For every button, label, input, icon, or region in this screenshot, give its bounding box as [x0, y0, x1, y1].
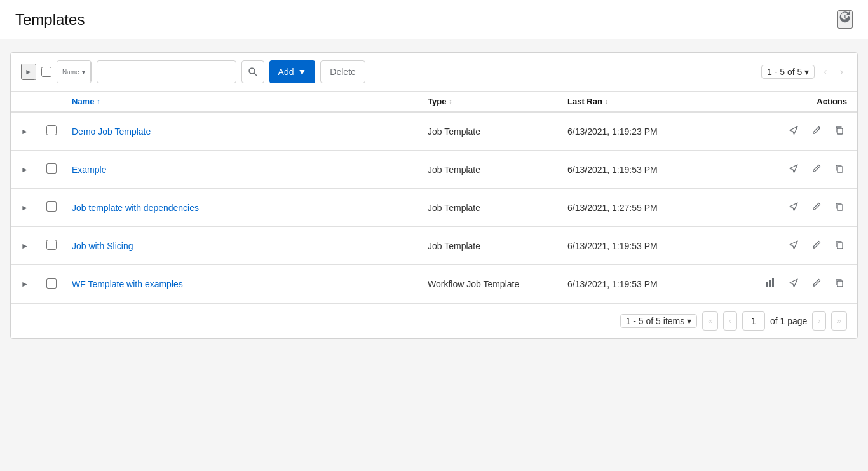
svg-rect-4: [837, 205, 843, 210]
table-row: ► Job with Slicing Job Template 6/13/202…: [11, 227, 857, 265]
filter-label: Name: [62, 69, 79, 76]
footer-page-of: of 1 page: [770, 316, 807, 326]
launch-icon[interactable]: [786, 199, 801, 217]
footer-first-button[interactable]: «: [702, 311, 718, 331]
launch-icon[interactable]: [786, 123, 801, 140]
page-title: Templates: [15, 11, 85, 29]
col-header-actions: Actions: [745, 97, 847, 106]
add-chevron-icon: ▼: [298, 67, 307, 77]
launch-icon[interactable]: [786, 237, 801, 255]
row-name-cell: Example: [72, 165, 428, 175]
row-date: 6/13/2021, 1:19:53 PM: [567, 165, 745, 175]
svg-line-1: [254, 73, 257, 76]
row-checkbox[interactable]: [46, 201, 57, 212]
table-row: ► Example Job Template 6/13/2021, 1:19:5…: [11, 151, 857, 189]
toolbar-pagination-label: 1 - 5 of 5: [767, 67, 802, 77]
row-checkbox[interactable]: [46, 125, 57, 135]
svg-rect-7: [769, 280, 771, 287]
filter-dropdown[interactable]: Name ▾: [57, 60, 92, 83]
row-name-link[interactable]: Demo Job Template: [72, 126, 151, 137]
edit-icon[interactable]: [809, 123, 824, 140]
row-name-cell: Job with Slicing: [72, 241, 428, 251]
add-button[interactable]: Add ▼: [269, 60, 316, 83]
col-header-last-ran[interactable]: Last Ran ↕: [567, 97, 745, 106]
filter-select-button[interactable]: Name ▾: [57, 61, 91, 83]
row-expand-btn[interactable]: ►: [21, 165, 46, 174]
row-name-link[interactable]: Example: [72, 165, 106, 175]
row-actions: [745, 275, 847, 294]
edit-icon[interactable]: [809, 237, 824, 255]
col-type-label: Type: [428, 97, 446, 106]
row-name-cell: Job template with dependencies: [72, 203, 428, 213]
col-actions-label: Actions: [817, 97, 847, 106]
row-checkbox-cell: [46, 201, 72, 214]
footer-next-button[interactable]: ›: [812, 311, 826, 331]
filter-chevron-icon: ▾: [82, 69, 85, 76]
launch-icon[interactable]: [786, 161, 801, 179]
footer-page-input[interactable]: [742, 311, 765, 331]
footer-items-dropdown[interactable]: 1 - 5 of 5 items ▾: [620, 314, 698, 328]
row-type: Job Template: [428, 165, 567, 175]
search-input[interactable]: [97, 60, 236, 83]
svg-rect-3: [837, 167, 843, 172]
edit-icon[interactable]: [809, 275, 824, 293]
templates-card: ► Name ▾ Add ▼: [10, 52, 858, 339]
toolbar-right: 1 - 5 of 5 ▾ ‹ ›: [761, 64, 847, 80]
row-actions: [745, 199, 847, 217]
toolbar-next-button[interactable]: ›: [836, 64, 847, 80]
row-type: Workflow Job Template: [428, 279, 567, 289]
toolbar-prev-button[interactable]: ‹: [820, 64, 831, 80]
row-name-link[interactable]: WF Template with examples: [72, 279, 183, 289]
col-lastran-sort-icon: ↕: [605, 98, 608, 105]
col-lastran-label: Last Ran: [567, 97, 602, 106]
copy-icon[interactable]: [832, 123, 847, 140]
row-name-cell: WF Template with examples: [72, 279, 428, 289]
svg-rect-9: [837, 281, 843, 287]
row-expand-btn[interactable]: ►: [21, 203, 46, 212]
footer-items-label: 1 - 5 of 5 items: [626, 316, 685, 326]
svg-rect-6: [766, 282, 768, 287]
table-footer: 1 - 5 of 5 items ▾ « ‹ of 1 page › »: [11, 303, 857, 338]
col-header-type[interactable]: Type ↕: [428, 97, 567, 106]
select-all-checkbox[interactable]: [41, 67, 51, 77]
table-row: ► Job template with dependencies Job Tem…: [11, 189, 857, 227]
row-checkbox-cell: [46, 163, 72, 175]
toolbar-pagination-dropdown[interactable]: 1 - 5 of 5 ▾: [761, 65, 815, 79]
copy-icon[interactable]: [832, 275, 847, 293]
row-checkbox[interactable]: [46, 278, 57, 289]
row-name-link[interactable]: Job template with dependencies: [72, 203, 199, 213]
row-checkbox-cell: [46, 278, 72, 290]
visualizer-icon[interactable]: [762, 275, 778, 294]
add-label: Add: [278, 67, 294, 77]
footer-items-chevron: ▾: [687, 316, 691, 326]
copy-icon[interactable]: [832, 161, 847, 179]
row-actions: [745, 123, 847, 140]
edit-icon[interactable]: [809, 199, 824, 217]
col-header-name[interactable]: Name ↑: [72, 97, 428, 106]
footer-pagination-info: 1 - 5 of 5 items ▾: [620, 314, 698, 328]
row-type: Job Template: [428, 203, 567, 213]
delete-button[interactable]: Delete: [320, 60, 365, 83]
footer-prev-button[interactable]: ‹: [723, 311, 737, 331]
search-button[interactable]: [241, 60, 264, 83]
row-checkbox-cell: [46, 125, 72, 137]
footer-last-button[interactable]: »: [831, 311, 847, 331]
row-checkbox[interactable]: [46, 240, 57, 250]
edit-icon[interactable]: [809, 161, 824, 179]
toolbar-expand-btn[interactable]: ►: [21, 64, 36, 80]
toolbar: ► Name ▾ Add ▼: [11, 53, 857, 92]
row-expand-btn[interactable]: ►: [21, 127, 46, 136]
row-name-cell: Demo Job Template: [72, 126, 428, 137]
launch-icon[interactable]: [786, 275, 801, 293]
row-name-link[interactable]: Job with Slicing: [72, 241, 133, 251]
svg-rect-8: [772, 278, 774, 287]
row-checkbox[interactable]: [46, 163, 57, 174]
history-button[interactable]: [837, 10, 853, 29]
row-expand-btn[interactable]: ►: [21, 280, 46, 289]
content-area: ► Name ▾ Add ▼: [0, 39, 868, 471]
table-header: Name ↑ Type ↕ Last Ran ↕ Actions: [11, 92, 857, 113]
copy-icon[interactable]: [832, 199, 847, 217]
svg-rect-5: [837, 243, 843, 249]
copy-icon[interactable]: [832, 237, 847, 255]
row-expand-btn[interactable]: ►: [21, 242, 46, 250]
